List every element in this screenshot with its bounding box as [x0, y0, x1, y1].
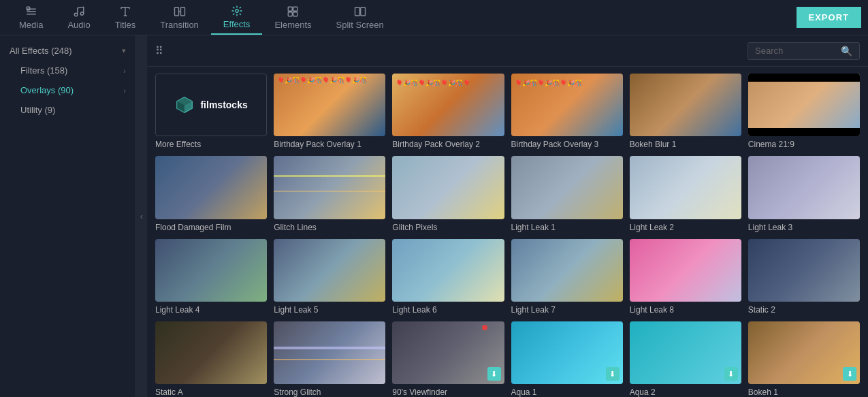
- effect-label: More Effects: [155, 140, 267, 149]
- thumbnail-ll7: [511, 239, 623, 302]
- svg-rect-4: [180, 7, 184, 16]
- content-toolbar: ⠿ 🔍: [147, 35, 868, 67]
- svg-rect-8: [289, 12, 293, 16]
- effect-label: Light Leak 1: [511, 223, 623, 232]
- search-icon: 🔍: [841, 46, 852, 57]
- effect-item-birthday3[interactable]: 🎈🎉🎊🎈🎉🎊🎈🎉🎊 Birthday Pack Overlay 3: [511, 74, 623, 149]
- svg-rect-9: [293, 12, 298, 16]
- effect-label: Static A: [155, 387, 267, 397]
- effect-label: Flood Damaged Film: [155, 223, 267, 232]
- thumbnail-glitch-lines: [274, 156, 385, 219]
- thumbnail-aqua1: ⬇: [511, 321, 623, 384]
- effect-label: 90's Viewfinder: [392, 387, 504, 397]
- effect-label: Bokeh Blur 1: [630, 140, 741, 149]
- effect-item-ll5[interactable]: Light Leak 5: [274, 239, 385, 315]
- download-badge: ⬇: [724, 367, 738, 381]
- thumbnail-birthday3: 🎈🎉🎊🎈🎉🎊🎈🎉🎊: [511, 74, 623, 136]
- effect-item-ll1[interactable]: Light Leak 1: [511, 156, 623, 232]
- effect-label: Light Leak 7: [511, 305, 623, 315]
- effect-label: Light Leak 3: [748, 223, 860, 232]
- svg-rect-11: [360, 7, 365, 16]
- effect-item-bokeh-blur[interactable]: Bokeh Blur 1: [630, 74, 741, 149]
- effect-item-flood[interactable]: Flood Damaged Film: [155, 156, 267, 232]
- filmstocks-cube-icon: [174, 95, 195, 115]
- svg-rect-10: [355, 7, 359, 16]
- effect-label: Cinema 21:9: [748, 140, 860, 149]
- nav-effects[interactable]: Effects: [211, 0, 263, 35]
- svg-point-5: [235, 9, 238, 12]
- thumbnail-strong-glitch: [274, 321, 385, 384]
- thumbnail-ll5: [274, 239, 385, 302]
- sidebar: All Effects (248) ▾ Filters (158) › Over…: [0, 35, 136, 397]
- thumbnail-ll4: [155, 239, 267, 302]
- effect-item-ll8[interactable]: Light Leak 8: [630, 239, 741, 315]
- sidebar-item-filters[interactable]: Filters (158) ›: [0, 61, 135, 80]
- effect-item-ll4[interactable]: Light Leak 4: [155, 239, 267, 315]
- effect-label: Birthday Pack Overlay 2: [392, 140, 504, 149]
- sidebar-collapse-button[interactable]: ‹: [136, 35, 147, 397]
- download-badge: ⬇: [606, 367, 620, 381]
- effect-item-birthday1[interactable]: 🎈🎉🎊🎈🎉🎊🎈🎉🎊🎈🎉🎊 Birthday Pack Overlay 1: [274, 74, 385, 149]
- download-badge: ⬇: [487, 367, 501, 381]
- thumbnail-bokeh-blur: [630, 74, 741, 136]
- effect-label: Light Leak 6: [392, 305, 504, 315]
- effect-item-statica[interactable]: Static A: [155, 321, 267, 397]
- thumbnail-ll6: [392, 239, 504, 302]
- effect-item-bokeh1[interactable]: ⬇ Bokeh 1: [748, 321, 860, 397]
- content-area: ⠿ 🔍 filmstocks: [147, 35, 868, 397]
- effect-label: Aqua 1: [511, 387, 623, 397]
- effect-item-ll2[interactable]: Light Leak 2: [630, 156, 741, 232]
- effect-item-birthday2[interactable]: 🎈🎉🎊🎈🎉🎊🎈🎉🎊🎈 Birthday Pack Overlay 2: [392, 74, 504, 149]
- effect-item-aqua1[interactable]: ⬇ Aqua 1: [511, 321, 623, 397]
- effects-grid: filmstocks More Effects 🎈🎉🎊🎈🎉🎊🎈🎉🎊🎈🎉🎊 Bir…: [147, 67, 868, 397]
- effect-item-cinema[interactable]: Cinema 21:9: [748, 74, 860, 149]
- effect-item-aqua2[interactable]: ⬇ Aqua 2: [630, 321, 741, 397]
- effect-item-ll3[interactable]: Light Leak 3: [748, 156, 860, 232]
- nav-splitscreen[interactable]: Split Screen: [324, 0, 396, 35]
- svg-point-2: [80, 12, 84, 15]
- thumbnail-flood: [155, 156, 267, 219]
- svg-rect-6: [289, 7, 293, 11]
- effect-item-glitch-lines[interactable]: Glitch Lines: [274, 156, 385, 232]
- effect-item-ll6[interactable]: Light Leak 6: [392, 239, 504, 315]
- svg-rect-7: [293, 7, 298, 11]
- thumbnail-ll3: [748, 156, 860, 219]
- effect-item-strong-glitch[interactable]: Strong Glitch: [274, 321, 385, 397]
- effect-label: Bokeh 1: [748, 387, 860, 397]
- svg-point-1: [74, 13, 78, 16]
- nav-titles[interactable]: Titles: [103, 0, 148, 35]
- main-area: All Effects (248) ▾ Filters (158) › Over…: [0, 35, 868, 397]
- nav-media[interactable]: Media: [7, 0, 55, 35]
- nav-audio[interactable]: Audio: [55, 0, 102, 35]
- svg-rect-3: [174, 7, 178, 16]
- thumbnail-bokeh1: ⬇: [748, 321, 860, 384]
- effect-item-static2[interactable]: Static 2: [748, 239, 860, 315]
- sidebar-item-overlays[interactable]: Overlays (90) ›: [0, 80, 135, 100]
- effect-label: Light Leak 2: [630, 223, 741, 232]
- export-button[interactable]: EXPORT: [797, 7, 861, 28]
- thumbnail-90s: ⬇: [392, 321, 504, 384]
- effect-item-filmstocks[interactable]: filmstocks More Effects: [155, 74, 267, 149]
- effect-item-90s[interactable]: ⬇ 90's Viewfinder: [392, 321, 504, 397]
- nav-elements[interactable]: Elements: [262, 0, 323, 35]
- effect-label: Light Leak 8: [630, 305, 741, 315]
- svg-rect-0: [27, 7, 30, 10]
- nav-transition[interactable]: Transition: [148, 0, 211, 35]
- effect-item-glitch-pixels[interactable]: Glitch Pixels: [392, 156, 504, 232]
- thumbnail-glitch-pixels: [392, 156, 504, 219]
- sidebar-item-all-effects[interactable]: All Effects (248) ▾: [0, 41, 135, 61]
- filmstocks-thumbnail: filmstocks: [155, 74, 267, 136]
- effect-label: Birthday Pack Overlay 1: [274, 140, 385, 149]
- search-input[interactable]: [755, 46, 837, 56]
- thumbnail-birthday2: 🎈🎉🎊🎈🎉🎊🎈🎉🎊🎈: [392, 74, 504, 136]
- grid-view-button[interactable]: ⠿: [155, 44, 163, 57]
- thumbnail-aqua2: ⬇: [630, 321, 741, 384]
- effect-label: Strong Glitch: [274, 387, 385, 397]
- effect-label: Light Leak 4: [155, 305, 267, 315]
- effect-item-ll7[interactable]: Light Leak 7: [511, 239, 623, 315]
- thumbnail-ll2: [630, 156, 741, 219]
- download-badge: ⬇: [843, 367, 856, 381]
- sidebar-item-utility[interactable]: Utility (9): [0, 100, 135, 120]
- thumbnail-cinema: [748, 74, 860, 136]
- effect-label: Light Leak 5: [274, 305, 385, 315]
